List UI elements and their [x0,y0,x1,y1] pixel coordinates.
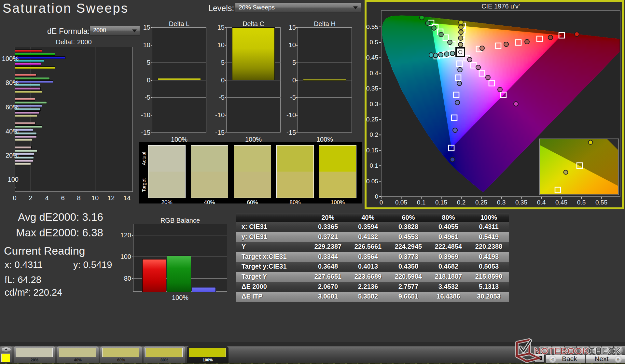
svg-text:0.35: 0.35 [515,199,527,206]
svg-text:0.4: 0.4 [537,199,546,206]
svg-text:0.3: 0.3 [497,199,506,206]
svg-text:0.1: 0.1 [417,199,425,206]
svg-text:0.15: 0.15 [435,199,447,206]
svg-text:0.55: 0.55 [366,23,378,30]
svg-text:NOTEBOOK: NOTEBOOK [534,345,589,356]
svg-text:0: 0 [380,199,383,206]
svg-text:0.2: 0.2 [370,131,378,138]
svg-text:0.15: 0.15 [366,147,378,154]
svg-text:0.25: 0.25 [366,116,378,123]
svg-text:0.25: 0.25 [475,199,487,206]
svg-text:0.3: 0.3 [370,101,378,107]
svg-text:0.05: 0.05 [366,178,378,185]
svg-text:0: 0 [375,193,378,200]
svg-text:0.45: 0.45 [366,54,378,61]
svg-text:0.55: 0.55 [595,199,607,206]
svg-text:0.1: 0.1 [370,162,378,169]
svg-text:0.5: 0.5 [370,39,378,46]
svg-text:0.5: 0.5 [577,199,586,206]
svg-text:CIE 1976 u'v': CIE 1976 u'v' [481,3,520,10]
svg-text:0.2: 0.2 [457,199,465,206]
svg-text:0.4: 0.4 [370,70,379,77]
svg-text:0.45: 0.45 [555,199,567,206]
svg-text:CHECK: CHECK [588,345,622,356]
svg-text:0.05: 0.05 [395,199,407,206]
svg-text:0.35: 0.35 [366,85,378,92]
